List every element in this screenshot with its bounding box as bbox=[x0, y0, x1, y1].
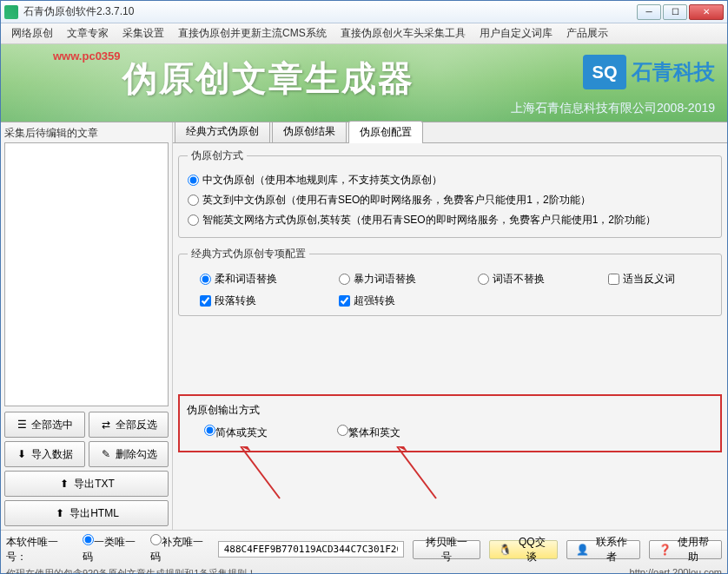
invert-icon: ⇄ bbox=[100, 419, 112, 431]
uid-radio-2[interactable] bbox=[150, 534, 162, 545]
uid-radio-1[interactable] bbox=[83, 534, 94, 545]
tab-result[interactable]: 伪原创结果 bbox=[272, 120, 347, 142]
window-title: 石青伪原创软件2.3.7.10 bbox=[23, 4, 637, 19]
classic-legend: 经典方式伪原创专项配置 bbox=[188, 247, 309, 261]
menu-web[interactable]: 网络原创 bbox=[4, 23, 60, 43]
super-swap-check[interactable] bbox=[339, 295, 350, 307]
method-radio-2[interactable] bbox=[188, 195, 199, 206]
violent-replace-radio[interactable] bbox=[339, 274, 350, 285]
invert-selection-button[interactable]: ⇄全部反选 bbox=[89, 412, 169, 438]
tab-content: 伪原创方式 中文伪原创（使用本地规则库，不支持英文伪原创） 英文到中文伪原创（使… bbox=[173, 143, 727, 530]
output-group: 伪原创输出方式 简体或英文 繁体和英文 bbox=[187, 403, 713, 444]
main-window: 石青伪原创软件2.3.7.10 ─ ☐ ✕ 网络原创 文章专家 采集设置 直接伪… bbox=[0, 0, 728, 574]
tab-config[interactable]: 伪原创配置 bbox=[348, 121, 423, 143]
export-html-button[interactable]: ⬆导出HTML bbox=[4, 500, 169, 526]
company-name: 石青科技 bbox=[632, 58, 715, 86]
annotation-arrow-1 bbox=[232, 446, 293, 507]
opt-antonym[interactable]: 适当反义词 bbox=[608, 272, 712, 287]
contact-button[interactable]: 👤联系作者 bbox=[566, 540, 639, 559]
left-panel: 采集后待编辑的文章 ☰全部选中 ⇄全部反选 ⬇导入数据 ✎删除勾选 ⬆导出TXT… bbox=[1, 122, 173, 530]
opt-violent-replace[interactable]: 暴力词语替换 bbox=[339, 272, 469, 287]
method-opt3[interactable]: 智能英文网络方式伪原创,英转英（使用石青SEO的即时网络服务，免费客户只能使用1… bbox=[188, 213, 656, 228]
menu-cms[interactable]: 直接伪原创并更新主流CMS系统 bbox=[171, 23, 334, 43]
delete-icon: ✎ bbox=[100, 448, 112, 460]
export-icon: ⬆ bbox=[54, 507, 66, 519]
select-all-button[interactable]: ☰全部选中 bbox=[4, 412, 85, 438]
svg-line-0 bbox=[241, 446, 280, 498]
banner-url: www.pc0359 bbox=[53, 49, 121, 63]
opt-para-swap[interactable]: 段落转换 bbox=[200, 294, 330, 308]
svg-marker-3 bbox=[397, 446, 407, 452]
tab-classic[interactable]: 经典方式伪原创 bbox=[175, 120, 270, 142]
titlebar: 石青伪原创软件2.3.7.10 ─ ☐ ✕ bbox=[1, 1, 727, 23]
footer: 本软件唯一号： 一类唯一码 补充唯一码 拷贝唯一号 🐧QQ交谈 👤联系作者 ❓使… bbox=[1, 530, 727, 573]
select-all-icon: ☰ bbox=[16, 419, 28, 431]
window-controls: ─ ☐ ✕ bbox=[637, 4, 724, 20]
method-opt1[interactable]: 中文伪原创（使用本地规则库，不支持英文伪原创） bbox=[188, 173, 442, 188]
user-icon: 👤 bbox=[576, 544, 589, 556]
menu-collect[interactable]: 采集设置 bbox=[116, 23, 171, 43]
annotation-arrow-2 bbox=[388, 446, 449, 507]
banner: www.pc0359 伪原创文章生成器 SQ 石青科技 上海石青信息科技有限公司… bbox=[1, 44, 727, 122]
menu-dict[interactable]: 用户自定义词库 bbox=[473, 23, 559, 43]
delete-button[interactable]: ✎删除勾选 bbox=[89, 441, 169, 467]
banner-logo: SQ 石青科技 bbox=[583, 55, 715, 89]
output-radio-2[interactable] bbox=[337, 425, 348, 436]
opt-soft-replace[interactable]: 柔和词语替换 bbox=[200, 272, 330, 287]
qq-button[interactable]: 🐧QQ交谈 bbox=[489, 540, 558, 559]
main-area: 采集后待编辑的文章 ☰全部选中 ⇄全部反选 ⬇导入数据 ✎删除勾选 ⬆导出TXT… bbox=[1, 122, 727, 530]
opt-no-replace[interactable]: 词语不替换 bbox=[478, 272, 599, 287]
method-opt2[interactable]: 英文到中文伪原创（使用石青SEO的即时网络服务，免费客户只能使用1，2阶功能） bbox=[188, 193, 591, 208]
sq-logo: SQ bbox=[583, 55, 626, 89]
maximize-button[interactable]: ☐ bbox=[663, 4, 687, 20]
no-replace-radio[interactable] bbox=[478, 274, 489, 285]
help-icon: ❓ bbox=[659, 544, 672, 556]
copy-uid-button[interactable]: 拷贝唯一号 bbox=[413, 540, 480, 559]
import-button[interactable]: ⬇导入数据 bbox=[4, 441, 85, 467]
output-opt1[interactable]: 简体或英文 bbox=[204, 425, 268, 440]
import-icon: ⬇ bbox=[16, 448, 28, 460]
menu-train[interactable]: 直接伪原创火车头采集工具 bbox=[334, 23, 473, 43]
method-legend: 伪原创方式 bbox=[188, 148, 247, 163]
uid-label: 本软件唯一号： bbox=[6, 535, 74, 564]
menubar: 网络原创 文章专家 采集设置 直接伪原创并更新主流CMS系统 直接伪原创火车头采… bbox=[1, 23, 727, 44]
app-icon bbox=[4, 5, 18, 19]
svg-marker-1 bbox=[241, 446, 251, 452]
para-swap-check[interactable] bbox=[200, 295, 211, 307]
method-group: 伪原创方式 中文伪原创（使用本地规则库，不支持英文伪原创） 英文到中文伪原创（使… bbox=[178, 148, 722, 238]
tabs: 经典方式伪原创 伪原创结果 伪原创配置 bbox=[173, 122, 727, 143]
menu-product[interactable]: 产品展示 bbox=[559, 23, 615, 43]
right-panel: 经典方式伪原创 伪原创结果 伪原创配置 伪原创方式 中文伪原创（使用本地规则库，… bbox=[173, 122, 727, 530]
menu-article[interactable]: 文章专家 bbox=[60, 23, 116, 43]
uid-opt2[interactable]: 补充唯一码 bbox=[150, 534, 209, 564]
export-txt-button[interactable]: ⬆导出TXT bbox=[4, 471, 169, 497]
footer-url: http://oart.200lou.com bbox=[630, 567, 722, 574]
minimize-button[interactable]: ─ bbox=[637, 4, 661, 20]
classic-group: 经典方式伪原创专项配置 柔和词语替换 暴力词语替换 词语不替换 适当反义词 段落… bbox=[178, 247, 722, 316]
qq-icon: 🐧 bbox=[499, 544, 512, 556]
banner-subtitle: 上海石青信息科技有限公司2008-2019 bbox=[511, 101, 715, 116]
method-radio-3[interactable] bbox=[188, 214, 199, 226]
status-text: 你现在使用的包含920条原创文章生成规则和1条采集规则！ bbox=[6, 567, 256, 574]
article-list[interactable] bbox=[4, 142, 169, 406]
method-radio-1[interactable] bbox=[188, 175, 199, 186]
highlight-box: 伪原创输出方式 简体或英文 繁体和英文 bbox=[178, 394, 722, 452]
output-radio-1[interactable] bbox=[204, 425, 215, 436]
uid-opt1[interactable]: 一类唯一码 bbox=[83, 534, 142, 564]
opt-super-swap[interactable]: 超强转换 bbox=[339, 294, 469, 308]
code-input[interactable] bbox=[218, 541, 405, 558]
soft-replace-radio[interactable] bbox=[200, 274, 211, 285]
output-legend: 伪原创输出方式 bbox=[187, 403, 713, 418]
antonym-check[interactable] bbox=[608, 274, 619, 285]
svg-line-2 bbox=[397, 446, 436, 498]
left-panel-label: 采集后待编辑的文章 bbox=[4, 126, 169, 141]
output-opt2[interactable]: 繁体和英文 bbox=[337, 425, 400, 440]
export-icon: ⬆ bbox=[58, 478, 70, 490]
banner-title: 伪原创文章生成器 bbox=[122, 55, 414, 102]
help-button[interactable]: ❓使用帮助 bbox=[649, 540, 722, 559]
close-button[interactable]: ✕ bbox=[689, 4, 724, 20]
